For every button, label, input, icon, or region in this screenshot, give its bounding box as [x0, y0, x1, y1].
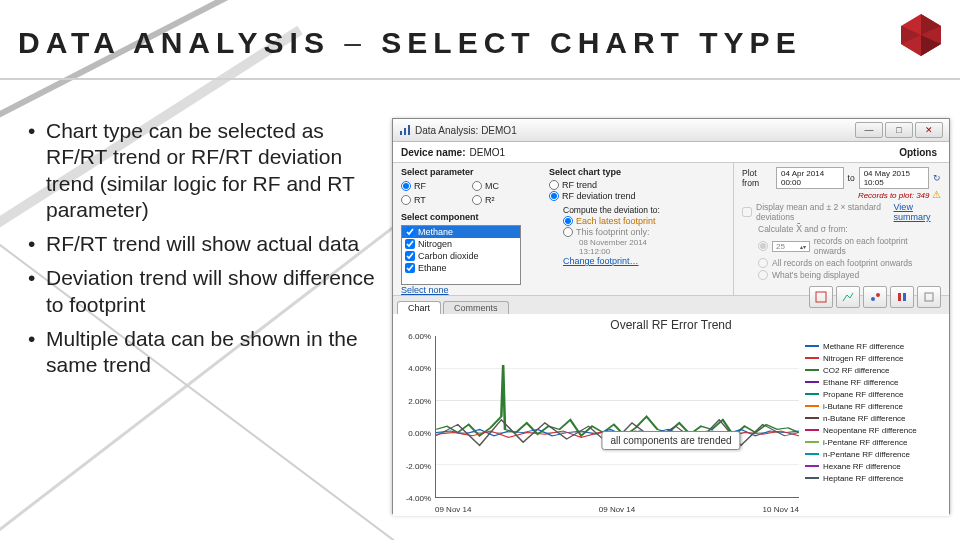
chart-area: Overall RF Error Trend 6.00% 4.00% 2.00%…	[393, 314, 949, 516]
component-item: Nitrogen	[402, 238, 520, 250]
bullet-item: RF/RT trend will show actual data	[28, 231, 378, 257]
component-item: Methane	[402, 226, 520, 238]
select-component-label: Select component	[401, 212, 533, 222]
records-to-plot: Records to plot: 349	[858, 191, 930, 200]
svg-rect-8	[404, 128, 406, 135]
svg-point-12	[876, 293, 880, 297]
bullet-item: Chart type can be selected as RF/RT tren…	[28, 118, 378, 223]
legend-item[interactable]: Nitrogen RF difference	[805, 352, 945, 364]
device-label: Device name:	[401, 147, 465, 158]
param-mc[interactable]: MC	[472, 181, 533, 191]
opt-n-records	[758, 241, 768, 251]
window-title: Data Analysis: DEMO1	[415, 125, 517, 136]
param-r2[interactable]: R²	[472, 195, 533, 205]
calc-from-label: Calculate X̄ and σ from:	[758, 224, 941, 234]
records-spinner[interactable]: 25▴▾	[772, 241, 810, 252]
tool-button-2[interactable]	[836, 286, 860, 308]
chart-type-deviation[interactable]: RF deviation trend	[549, 191, 725, 201]
window-titlebar[interactable]: Data Analysis: DEMO1 — □ ✕	[393, 119, 949, 142]
data-analysis-window: Data Analysis: DEMO1 — □ ✕ Device name: …	[392, 118, 950, 514]
chart-type-trend[interactable]: RF trend	[549, 180, 725, 190]
slide-bullets: Chart type can be selected as RF/RT tren…	[28, 118, 378, 386]
legend-item[interactable]: Methane RF difference	[805, 340, 945, 352]
legend-item[interactable]: n-Butane RF difference	[805, 412, 945, 424]
window-close-button[interactable]: ✕	[915, 122, 943, 138]
warning-icon: ⚠	[932, 189, 941, 200]
change-footprint-link[interactable]: Change footprint…	[563, 256, 639, 266]
select-none-link[interactable]: Select none	[401, 285, 449, 295]
chart-annotation: all components are trended	[601, 431, 740, 450]
legend-item[interactable]: Ethane RF difference	[805, 376, 945, 388]
component-item: Carbon dioxide	[402, 250, 520, 262]
device-name: DEMO1	[469, 147, 505, 158]
date-to-field[interactable]: 04 May 2015 10:05	[859, 167, 929, 189]
tool-button-1[interactable]	[809, 286, 833, 308]
deviation-this-date: 08 November 2014 13:12:00	[579, 238, 725, 256]
svg-rect-14	[903, 293, 906, 301]
svg-rect-13	[898, 293, 901, 301]
tool-button-3[interactable]	[863, 286, 887, 308]
legend-item[interactable]: i-Pentane RF difference	[805, 436, 945, 448]
legend-item[interactable]: Neopentane RF difference	[805, 424, 945, 436]
param-rt[interactable]: RT	[401, 195, 460, 205]
window-max-button[interactable]: □	[885, 122, 913, 138]
date-from-field[interactable]: 04 Apr 2014 00:00	[776, 167, 844, 189]
legend-item[interactable]: Propane RF difference	[805, 388, 945, 400]
tool-button-5[interactable]	[917, 286, 941, 308]
svg-rect-0	[0, 78, 960, 80]
svg-rect-15	[925, 293, 933, 301]
window-min-button[interactable]: —	[855, 122, 883, 138]
svg-point-11	[871, 297, 875, 301]
opt-whats-displayed	[758, 270, 768, 280]
component-list[interactable]: Methane Nitrogen Carbon dioxide Ethane	[401, 225, 521, 285]
chart-legend: Methane RF differenceNitrogen RF differe…	[805, 340, 945, 484]
svg-rect-9	[408, 125, 410, 135]
app-icon	[399, 124, 411, 136]
view-summary-link[interactable]: View summary	[894, 202, 941, 222]
legend-item[interactable]: CO2 RF difference	[805, 364, 945, 376]
tab-comments[interactable]: Comments	[443, 301, 509, 314]
select-parameter-label: Select parameter	[401, 167, 533, 177]
display-mean-checkbox	[742, 207, 752, 217]
plot-from-label: Plot from	[742, 168, 772, 188]
x-axis-labels: 09 Nov 14 09 Nov 14 10 Nov 14	[435, 505, 799, 514]
select-chart-type-label: Select chart type	[549, 167, 725, 177]
plot-canvas[interactable]	[435, 336, 799, 498]
legend-item[interactable]: Hexane RF difference	[805, 460, 945, 472]
refresh-icon[interactable]: ↻	[933, 173, 941, 183]
deviation-each[interactable]: Each latest footprint	[563, 216, 725, 226]
tab-chart[interactable]: Chart	[397, 301, 441, 314]
opt-all-records	[758, 258, 768, 268]
legend-item[interactable]: i-Butane RF difference	[805, 400, 945, 412]
component-item: Ethane	[402, 262, 520, 274]
svg-rect-7	[400, 131, 402, 135]
chart-title: Overall RF Error Trend	[399, 318, 943, 332]
slide-title: Data Analysis – Select Chart Type	[18, 26, 802, 60]
display-mean-label: Display mean and ± 2 × standard deviatio…	[756, 202, 890, 222]
legend-item[interactable]: Heptane RF difference	[805, 472, 945, 484]
deviation-this[interactable]: This footprint only:	[563, 227, 725, 237]
bullet-item: Multiple data can be shown in the same t…	[28, 326, 378, 379]
svg-rect-10	[816, 292, 826, 302]
tool-button-4[interactable]	[890, 286, 914, 308]
bullet-item: Deviation trend will show difference to …	[28, 265, 378, 318]
legend-item[interactable]: n-Pentane RF difference	[805, 448, 945, 460]
compute-deviation-label: Compute the deviation to:	[563, 205, 725, 215]
options-label: Options	[899, 147, 937, 158]
y-axis-labels: 6.00% 4.00% 2.00% 0.00% -2.00% -4.00%	[397, 336, 433, 498]
brand-logo	[896, 10, 946, 60]
param-rf[interactable]: RF	[401, 181, 460, 191]
